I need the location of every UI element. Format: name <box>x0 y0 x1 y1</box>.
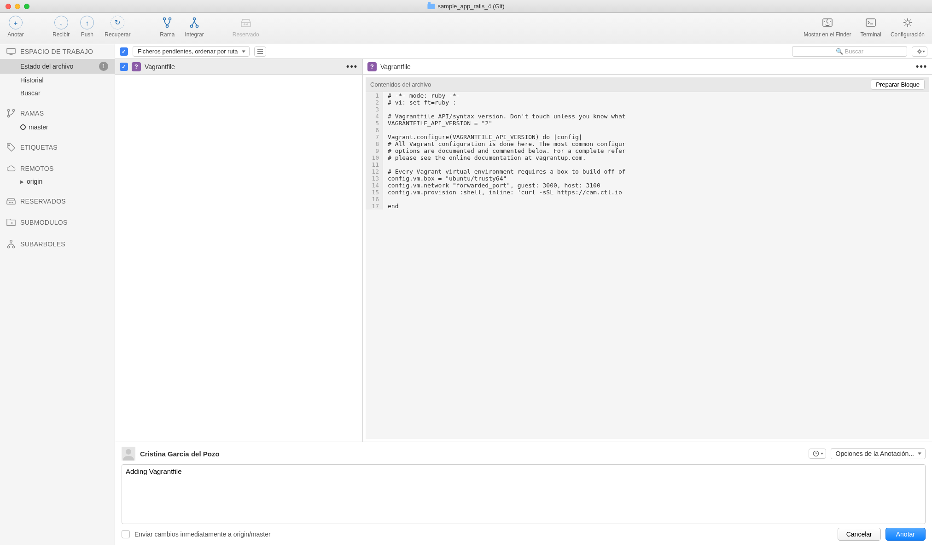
terminal-button[interactable]: Terminal <box>858 16 884 38</box>
branch-icon <box>6 109 16 118</box>
svg-rect-12 <box>7 48 15 53</box>
diff-filename: Vagrantfile <box>380 63 411 70</box>
select-all-checkbox[interactable]: ✓ <box>120 47 128 56</box>
diff-header: ? Vagrantfile ••• <box>363 59 932 75</box>
sidebar-section-stashes[interactable]: RESERVADOS <box>0 193 115 209</box>
code-line[interactable]: 14config.vm.network "forwarded_port", gu… <box>366 182 929 189</box>
code-line[interactable]: 13config.vm.box = "ubuntu/trusty64" <box>366 175 929 182</box>
branch-toolbar-button[interactable]: Rama <box>156 16 178 38</box>
merge-toolbar-button[interactable]: Integrar <box>182 16 206 38</box>
svg-point-3 <box>193 18 196 20</box>
up-arrow-icon: ↑ <box>80 16 94 29</box>
sidebar-remote-origin[interactable]: ▶ origin <box>0 176 115 188</box>
svg-point-2 <box>166 25 169 28</box>
file-filter-dropdown[interactable]: Ficheros pendientes, ordenar por ruta <box>133 46 250 57</box>
search-icon: 🔍 <box>836 48 843 55</box>
commit-options-dropdown[interactable]: Opciones de la Anotación... <box>831 448 926 459</box>
file-list-pane: ✓ ? Vagrantfile ••• <box>115 59 363 442</box>
commit-history-button[interactable] <box>809 449 826 459</box>
diff-pane: ? Vagrantfile ••• Contenidos del archivo… <box>363 59 932 442</box>
svg-point-5 <box>196 25 198 28</box>
code-line[interactable]: 6 <box>366 127 929 134</box>
sidebar-section-submodules[interactable]: SUBMODULOS <box>0 215 115 230</box>
diff-more-icon[interactable]: ••• <box>916 62 927 71</box>
submodule-icon <box>6 218 16 227</box>
sidebar: ESPACIO DE TRABAJO Estado del archivo 1 … <box>0 44 115 545</box>
content-area: ✓ Ficheros pendientes, ordenar por ruta … <box>115 44 932 545</box>
file-more-icon[interactable]: ••• <box>346 62 358 71</box>
file-status-badge: 1 <box>99 62 108 71</box>
svg-rect-10 <box>866 19 875 26</box>
code-line[interactable]: 10# please see the online documentation … <box>366 154 929 161</box>
stash-icon <box>6 197 16 205</box>
commit-toolbar-button[interactable]: + Anotar <box>5 16 27 38</box>
code-line[interactable]: 12# Every Vagrant virtual environment re… <box>366 168 929 175</box>
svg-point-4 <box>191 25 193 28</box>
code-line[interactable]: 8# All Vagrant configuration is done her… <box>366 140 929 147</box>
sidebar-branch-master[interactable]: master <box>0 122 115 134</box>
stash-toolbar-button[interactable]: Reservado <box>230 16 262 38</box>
code-line[interactable]: 2# vi: set ft=ruby : <box>366 99 929 106</box>
refresh-dashed-icon: ↻ <box>111 16 124 29</box>
settings-button[interactable]: Configuración <box>888 16 927 38</box>
svg-point-22 <box>12 246 15 248</box>
show-in-finder-button[interactable]: Mostar en el Finder <box>801 16 854 38</box>
diff-subheader: Contenidos del archivo Preparar Bloque <box>366 77 929 92</box>
file-row[interactable]: ✓ ? Vagrantfile ••• <box>115 59 362 75</box>
sidebar-section-tags[interactable]: ETIQUETAS <box>0 139 115 156</box>
finder-icon <box>821 16 834 29</box>
code-line[interactable]: 15config.vm.provision :shell, inline: 'c… <box>366 189 929 196</box>
svg-point-24 <box>126 449 131 455</box>
cancel-button[interactable]: Cancelar <box>838 528 881 541</box>
sidebar-section-subtrees[interactable]: SUBARBOLES <box>0 236 115 252</box>
stage-hunk-button[interactable]: Preparar Bloque <box>871 79 925 90</box>
commit-author: Cristina Garcia del Pozo <box>140 450 220 458</box>
commit-area: Cristina Garcia del Pozo Opciones de la … <box>115 442 932 545</box>
push-toolbar-button[interactable]: ↑ Push <box>76 16 98 38</box>
zoom-window-button[interactable] <box>24 4 29 9</box>
subtree-icon <box>6 239 16 249</box>
search-input[interactable]: 🔍 Buscar <box>792 46 907 57</box>
code-line[interactable]: 16 <box>366 196 929 203</box>
gear-icon <box>916 48 923 55</box>
pull-toolbar-button[interactable]: ↓ Recibir <box>50 16 72 38</box>
tag-icon <box>6 143 16 152</box>
merge-icon <box>187 16 201 29</box>
list-view-toggle[interactable] <box>254 47 266 57</box>
code-line[interactable]: 5VAGRANTFILE_API_VERSION = "2" <box>366 120 929 127</box>
gear-icon <box>901 16 915 29</box>
svg-rect-9 <box>823 19 832 26</box>
code-line[interactable]: 4# Vagrantfile API/syntax version. Don't… <box>366 113 929 120</box>
view-options-button[interactable] <box>912 47 927 57</box>
close-window-button[interactable] <box>6 4 11 9</box>
sidebar-section-workspace[interactable]: ESPACIO DE TRABAJO <box>0 44 115 59</box>
sidebar-item-history[interactable]: Historial <box>0 74 115 87</box>
down-arrow-icon: ↓ <box>54 16 68 29</box>
commit-button[interactable]: Anotar <box>885 528 926 541</box>
svg-point-15 <box>7 115 9 117</box>
code-line[interactable]: 1# -*- mode: ruby -*- <box>366 92 929 99</box>
terminal-icon <box>864 16 878 29</box>
svg-point-1 <box>169 18 171 20</box>
code-line[interactable]: 17end <box>366 203 929 210</box>
svg-point-8 <box>246 24 248 25</box>
sidebar-item-search[interactable]: Buscar <box>0 87 115 99</box>
code-view[interactable]: 1# -*- mode: ruby -*-2# vi: set ft=ruby … <box>366 92 929 210</box>
push-immediately-label: Enviar cambios inmediatamente a origin/m… <box>134 531 271 538</box>
svg-rect-6 <box>241 23 250 27</box>
push-immediately-checkbox[interactable] <box>122 530 130 538</box>
sidebar-section-branches[interactable]: RAMAS <box>0 105 115 122</box>
avatar <box>122 447 135 461</box>
file-checkbox[interactable]: ✓ <box>120 63 128 71</box>
monitor-icon <box>6 48 16 55</box>
sidebar-section-remotes[interactable]: REMOTOS <box>0 161 115 176</box>
commit-message-input[interactable] <box>122 464 926 524</box>
code-line[interactable]: 3 <box>366 106 929 113</box>
sidebar-item-file-status[interactable]: Estado del archivo 1 <box>0 59 115 74</box>
fetch-toolbar-button[interactable]: ↻ Recuperar <box>102 16 133 38</box>
svg-point-18 <box>9 202 10 203</box>
code-line[interactable]: 9# options are documented and commented … <box>366 147 929 154</box>
code-line[interactable]: 11 <box>366 161 929 168</box>
minimize-window-button[interactable] <box>15 4 20 9</box>
code-line[interactable]: 7Vagrant.configure(VAGRANTFILE_API_VERSI… <box>366 134 929 140</box>
